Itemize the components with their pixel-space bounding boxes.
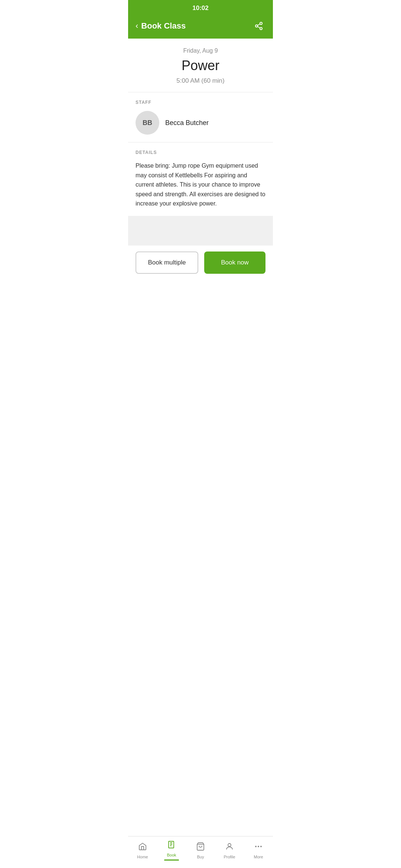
svg-line-4 [258,24,260,26]
staff-row: BB Becca Butcher [136,111,265,135]
class-date: Friday, Aug 9 [136,47,265,54]
spacer [128,216,273,246]
staff-name: Becca Butcher [165,119,209,127]
staff-label: STAFF [136,100,265,105]
details-text: Please bring: Jump rope Gym equipment us… [136,161,265,208]
details-label: DETAILS [136,150,265,155]
header-title: Book Class [141,21,186,31]
svg-line-3 [258,27,260,28]
share-button[interactable] [252,19,265,33]
back-arrow-icon: ‹ [136,21,138,31]
class-info-section: Friday, Aug 9 Power 5:00 AM (60 min) [128,39,273,92]
header: ‹ Book Class [128,15,273,39]
details-section: DETAILS Please bring: Jump rope Gym equi… [128,142,273,216]
staff-avatar: BB [136,111,159,135]
staff-section: STAFF BB Becca Butcher [128,92,273,142]
book-now-button[interactable]: Book now [204,251,265,274]
status-bar: 10:02 [128,0,273,15]
staff-initials: BB [143,119,152,127]
book-multiple-button[interactable]: Book multiple [136,251,198,274]
action-buttons: Book multiple Book now [128,246,273,280]
status-time: 10:02 [192,4,208,12]
class-name: Power [136,58,265,73]
class-time: 5:00 AM (60 min) [136,77,265,85]
share-icon [254,22,263,30]
back-button[interactable]: ‹ Book Class [136,21,186,31]
